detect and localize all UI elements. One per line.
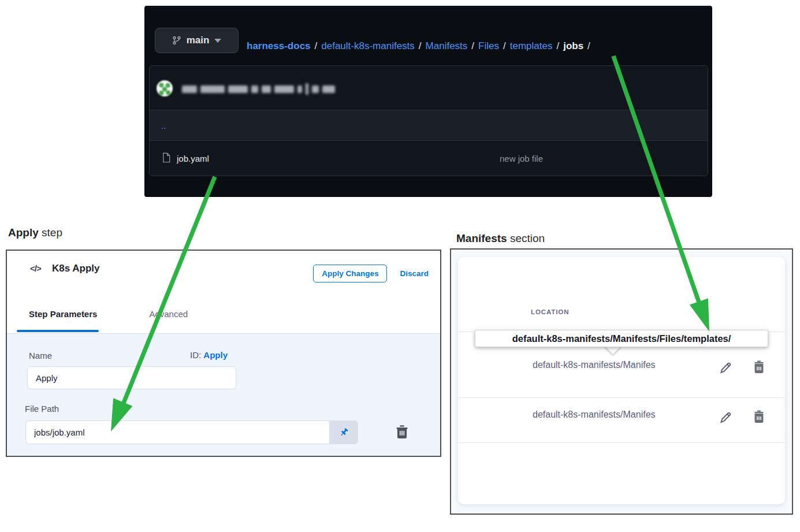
code-step-icon: </>: [30, 263, 41, 273]
breadcrumb-separator: /: [503, 40, 506, 52]
breadcrumb-separator: /: [587, 40, 590, 52]
branch-name: main: [187, 35, 210, 46]
breadcrumb-separator: /: [556, 40, 559, 52]
breadcrumb-separator: /: [471, 40, 474, 52]
table-row-parent-directory: ..: [150, 110, 708, 141]
edit-manifest-button[interactable]: [718, 361, 733, 376]
tab-step-parameters[interactable]: Step Parameters: [29, 309, 97, 319]
tab-advanced[interactable]: Advanced: [149, 309, 188, 319]
breadcrumb-link-files[interactable]: Files: [478, 40, 499, 52]
chevron-down-icon: [214, 39, 221, 43]
trash-icon: [752, 360, 766, 374]
trash-icon: [752, 410, 766, 423]
step-header-actions: Apply Changes Discard: [313, 265, 429, 282]
location-column-header: LOCATION: [531, 308, 569, 315]
id-prefix-label: ID:: [190, 350, 201, 360]
active-tab-underline: [17, 330, 99, 332]
file-table: .. job.yaml new job file: [149, 65, 708, 176]
step-parameters-form: Name ID: Apply File Path: [7, 334, 440, 456]
manifests-caption-bold: Manifests: [456, 232, 507, 244]
breadcrumb-repo-link[interactable]: harness-docs: [247, 40, 311, 52]
breadcrumb-current-folder: jobs: [563, 40, 583, 52]
apply-step-caption: Apply step: [8, 226, 62, 239]
file-path-field-label: File Path: [25, 404, 59, 414]
location-tooltip: default-k8s-manifests/Manifests/Files/te…: [475, 330, 768, 347]
k8s-apply-step-panel: </> K8s Apply Apply Changes Discard Step…: [6, 250, 441, 457]
git-branch-icon: [172, 36, 181, 45]
step-tabs: Step Parameters Advanced: [29, 309, 188, 319]
trash-icon: [395, 424, 410, 439]
breadcrumb-separator: /: [315, 40, 318, 52]
breadcrumb: harness-docs / default-k8s-manifests / M…: [247, 40, 590, 52]
table-row-job-yaml: job.yaml new job file: [150, 142, 708, 176]
apply-step-caption-bold: Apply: [8, 226, 39, 239]
file-icon: [162, 152, 171, 163]
runtime-input-pin-button[interactable]: [329, 421, 358, 444]
manifest-row-location[interactable]: default-k8s-manifests/Manifes: [533, 410, 702, 420]
file-link-job-yaml[interactable]: job.yaml: [177, 154, 209, 163]
delete-manifest-button[interactable]: [751, 360, 766, 375]
step-id: ID: Apply: [190, 350, 228, 360]
breadcrumb-link-default-k8s-manifests[interactable]: default-k8s-manifests: [321, 40, 415, 52]
name-input[interactable]: [27, 366, 236, 389]
manifests-section-caption: Manifests section: [456, 232, 545, 245]
manifests-card: LOCATION default-k8s-manifests/Manifes: [458, 257, 785, 504]
edit-manifest-button[interactable]: [718, 411, 733, 426]
breadcrumb-separator: /: [419, 40, 422, 52]
avatar[interactable]: [157, 80, 173, 96]
pin-icon: [339, 427, 349, 437]
breadcrumb-link-manifests[interactable]: Manifests: [426, 40, 468, 52]
apply-step-caption-rest: step: [39, 226, 62, 239]
row-divider: [458, 397, 785, 398]
github-file-browser: main harness-docs / default-k8s-manifest…: [144, 6, 712, 197]
discard-button[interactable]: Discard: [400, 269, 429, 278]
latest-commit-row: [150, 66, 708, 110]
row-divider: [458, 442, 785, 443]
manifests-section-panel: LOCATION default-k8s-manifests/Manifes: [450, 248, 793, 515]
step-panel-header: </> K8s Apply Apply Changes Discard: [7, 251, 440, 287]
delete-file-path-button[interactable]: [393, 423, 411, 441]
pencil-icon: [719, 411, 732, 425]
screenshot-canvas: main harness-docs / default-k8s-manifest…: [0, 0, 800, 532]
parent-directory-link[interactable]: ..: [161, 121, 166, 131]
file-commit-message[interactable]: new job file: [500, 154, 543, 163]
manifest-row-location[interactable]: default-k8s-manifests/Manifes: [533, 360, 702, 370]
branch-selector-button[interactable]: main: [155, 28, 239, 53]
delete-manifest-button[interactable]: [751, 410, 766, 425]
breadcrumb-link-templates[interactable]: templates: [510, 40, 553, 52]
blurred-commit-message: [182, 83, 335, 95]
pencil-icon: [719, 361, 732, 375]
name-field-label: Name: [29, 351, 52, 360]
file-path-input[interactable]: [25, 421, 329, 444]
apply-changes-button[interactable]: Apply Changes: [313, 265, 387, 282]
manifests-caption-rest: section: [507, 232, 545, 244]
id-value-link[interactable]: Apply: [203, 350, 228, 360]
step-title: K8s Apply: [52, 263, 100, 274]
file-path-input-group: [25, 421, 358, 444]
